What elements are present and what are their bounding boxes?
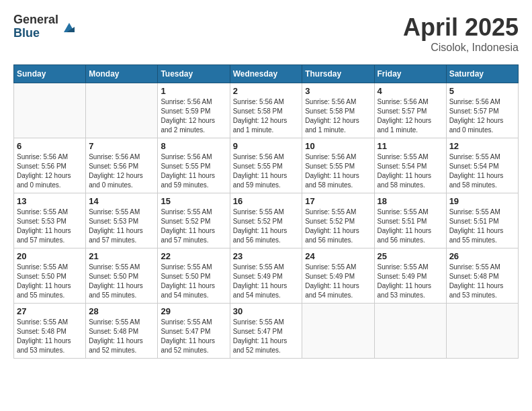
day-info: Sunrise: 5:55 AM Sunset: 5:48 PM Dayligh…: [449, 263, 515, 300]
day-info: Sunrise: 5:55 AM Sunset: 5:50 PM Dayligh…: [17, 263, 83, 300]
calendar-cell: [302, 304, 374, 359]
calendar-cell: 25Sunrise: 5:55 AM Sunset: 5:49 PM Dayli…: [374, 248, 446, 304]
weekday-header: Sunday: [14, 65, 86, 83]
calendar-cell: 21Sunrise: 5:55 AM Sunset: 5:50 PM Dayli…: [86, 248, 158, 304]
day-info: Sunrise: 5:55 AM Sunset: 5:52 PM Dayligh…: [161, 208, 226, 245]
day-number: 8: [161, 141, 226, 151]
calendar-cell: [14, 83, 86, 138]
day-number: 1: [161, 86, 226, 96]
calendar-week-row: 20Sunrise: 5:55 AM Sunset: 5:50 PM Dayli…: [14, 248, 519, 304]
day-info: Sunrise: 5:56 AM Sunset: 5:56 PM Dayligh…: [17, 152, 83, 190]
day-number: 20: [17, 251, 83, 261]
calendar-cell: [374, 304, 446, 359]
calendar-cell: 12Sunrise: 5:55 AM Sunset: 5:54 PM Dayli…: [446, 138, 518, 193]
day-info: Sunrise: 5:56 AM Sunset: 5:55 PM Dayligh…: [305, 152, 371, 190]
day-info: Sunrise: 5:55 AM Sunset: 5:53 PM Dayligh…: [89, 208, 154, 245]
calendar-cell: 2Sunrise: 5:56 AM Sunset: 5:58 PM Daylig…: [230, 83, 302, 138]
day-info: Sunrise: 5:56 AM Sunset: 5:55 PM Dayligh…: [233, 152, 300, 190]
calendar-cell: 18Sunrise: 5:55 AM Sunset: 5:51 PM Dayli…: [374, 193, 446, 248]
day-number: 22: [161, 251, 226, 261]
calendar-week-row: 6Sunrise: 5:56 AM Sunset: 5:56 PM Daylig…: [14, 138, 519, 193]
calendar-cell: 3Sunrise: 5:56 AM Sunset: 5:58 PM Daylig…: [302, 83, 374, 138]
day-number: 15: [161, 196, 226, 206]
calendar-cell: [446, 304, 518, 359]
day-number: 3: [305, 86, 371, 96]
weekday-header: Wednesday: [230, 65, 302, 83]
day-info: Sunrise: 5:55 AM Sunset: 5:50 PM Dayligh…: [89, 263, 154, 300]
calendar-cell: 20Sunrise: 5:55 AM Sunset: 5:50 PM Dayli…: [14, 248, 86, 304]
day-number: 5: [449, 86, 515, 96]
day-info: Sunrise: 5:55 AM Sunset: 5:54 PM Dayligh…: [378, 152, 443, 190]
calendar-cell: 1Sunrise: 5:56 AM Sunset: 5:59 PM Daylig…: [158, 83, 230, 138]
day-info: Sunrise: 5:55 AM Sunset: 5:49 PM Dayligh…: [305, 263, 371, 300]
calendar-cell: 4Sunrise: 5:56 AM Sunset: 5:57 PM Daylig…: [374, 83, 446, 138]
calendar-cell: 17Sunrise: 5:55 AM Sunset: 5:52 PM Dayli…: [302, 193, 374, 248]
day-number: 19: [449, 196, 515, 206]
day-info: Sunrise: 5:55 AM Sunset: 5:54 PM Dayligh…: [449, 152, 515, 190]
calendar-cell: 9Sunrise: 5:56 AM Sunset: 5:55 PM Daylig…: [230, 138, 302, 193]
day-info: Sunrise: 5:56 AM Sunset: 5:57 PM Dayligh…: [449, 97, 515, 135]
day-number: 18: [378, 196, 443, 206]
location: Cisolok, Indonesia: [403, 42, 519, 54]
day-number: 13: [17, 196, 83, 206]
day-info: Sunrise: 5:55 AM Sunset: 5:52 PM Dayligh…: [233, 208, 300, 245]
page-header: General Blue April 2025 Cisolok, Indones…: [13, 13, 519, 54]
calendar-table: SundayMondayTuesdayWednesdayThursdayFrid…: [13, 64, 519, 359]
calendar-cell: 15Sunrise: 5:55 AM Sunset: 5:52 PM Dayli…: [158, 193, 230, 248]
calendar-cell: 14Sunrise: 5:55 AM Sunset: 5:53 PM Dayli…: [86, 193, 158, 248]
day-number: 12: [449, 141, 515, 151]
day-info: Sunrise: 5:55 AM Sunset: 5:47 PM Dayligh…: [233, 318, 300, 355]
title-block: April 2025 Cisolok, Indonesia: [403, 13, 519, 54]
calendar-header-row: SundayMondayTuesdayWednesdayThursdayFrid…: [14, 65, 519, 83]
calendar-cell: 26Sunrise: 5:55 AM Sunset: 5:48 PM Dayli…: [446, 248, 518, 304]
calendar-cell: 11Sunrise: 5:55 AM Sunset: 5:54 PM Dayli…: [374, 138, 446, 193]
day-number: 4: [378, 86, 443, 96]
day-info: Sunrise: 5:55 AM Sunset: 5:51 PM Dayligh…: [378, 208, 443, 245]
day-info: Sunrise: 5:55 AM Sunset: 5:53 PM Dayligh…: [17, 208, 83, 245]
weekday-header: Friday: [374, 65, 446, 83]
day-number: 6: [17, 141, 83, 151]
calendar-cell: 16Sunrise: 5:55 AM Sunset: 5:52 PM Dayli…: [230, 193, 302, 248]
day-info: Sunrise: 5:56 AM Sunset: 5:59 PM Dayligh…: [161, 97, 226, 135]
calendar-cell: 22Sunrise: 5:55 AM Sunset: 5:50 PM Dayli…: [158, 248, 230, 304]
weekday-header: Thursday: [302, 65, 374, 83]
month-title: April 2025: [403, 13, 519, 42]
weekday-header: Tuesday: [158, 65, 230, 83]
calendar-cell: 5Sunrise: 5:56 AM Sunset: 5:57 PM Daylig…: [446, 83, 518, 138]
calendar-cell: 30Sunrise: 5:55 AM Sunset: 5:47 PM Dayli…: [230, 304, 302, 359]
day-info: Sunrise: 5:55 AM Sunset: 5:48 PM Dayligh…: [89, 318, 154, 355]
day-number: 2: [233, 86, 300, 96]
day-number: 16: [233, 196, 300, 206]
calendar-cell: 27Sunrise: 5:55 AM Sunset: 5:48 PM Dayli…: [14, 304, 86, 359]
day-info: Sunrise: 5:56 AM Sunset: 5:56 PM Dayligh…: [89, 152, 154, 190]
day-number: 14: [89, 196, 154, 206]
logo-icon: [61, 19, 77, 35]
calendar-cell: 29Sunrise: 5:55 AM Sunset: 5:47 PM Dayli…: [158, 304, 230, 359]
day-number: 7: [89, 141, 154, 151]
calendar-cell: 13Sunrise: 5:55 AM Sunset: 5:53 PM Dayli…: [14, 193, 86, 248]
day-number: 10: [305, 141, 371, 151]
logo: General Blue: [13, 13, 77, 40]
day-number: 23: [233, 251, 300, 261]
logo-general: General: [13, 13, 58, 27]
calendar-cell: 28Sunrise: 5:55 AM Sunset: 5:48 PM Dayli…: [86, 304, 158, 359]
day-info: Sunrise: 5:55 AM Sunset: 5:51 PM Dayligh…: [449, 208, 515, 245]
calendar-week-row: 1Sunrise: 5:56 AM Sunset: 5:59 PM Daylig…: [14, 83, 519, 138]
calendar-cell: 8Sunrise: 5:56 AM Sunset: 5:55 PM Daylig…: [158, 138, 230, 193]
day-number: 11: [378, 141, 443, 151]
day-number: 27: [17, 306, 83, 316]
calendar-cell: [86, 83, 158, 138]
day-info: Sunrise: 5:55 AM Sunset: 5:50 PM Dayligh…: [161, 263, 226, 300]
calendar-week-row: 27Sunrise: 5:55 AM Sunset: 5:48 PM Dayli…: [14, 304, 519, 359]
day-info: Sunrise: 5:55 AM Sunset: 5:49 PM Dayligh…: [378, 263, 443, 300]
day-number: 21: [89, 251, 154, 261]
day-number: 9: [233, 141, 300, 151]
day-number: 29: [161, 306, 226, 316]
day-info: Sunrise: 5:56 AM Sunset: 5:58 PM Dayligh…: [305, 97, 371, 135]
day-info: Sunrise: 5:55 AM Sunset: 5:47 PM Dayligh…: [161, 318, 226, 355]
calendar-cell: 23Sunrise: 5:55 AM Sunset: 5:49 PM Dayli…: [230, 248, 302, 304]
weekday-header: Monday: [86, 65, 158, 83]
day-info: Sunrise: 5:56 AM Sunset: 5:57 PM Dayligh…: [378, 97, 443, 135]
day-info: Sunrise: 5:55 AM Sunset: 5:49 PM Dayligh…: [233, 263, 300, 300]
day-number: 26: [449, 251, 515, 261]
